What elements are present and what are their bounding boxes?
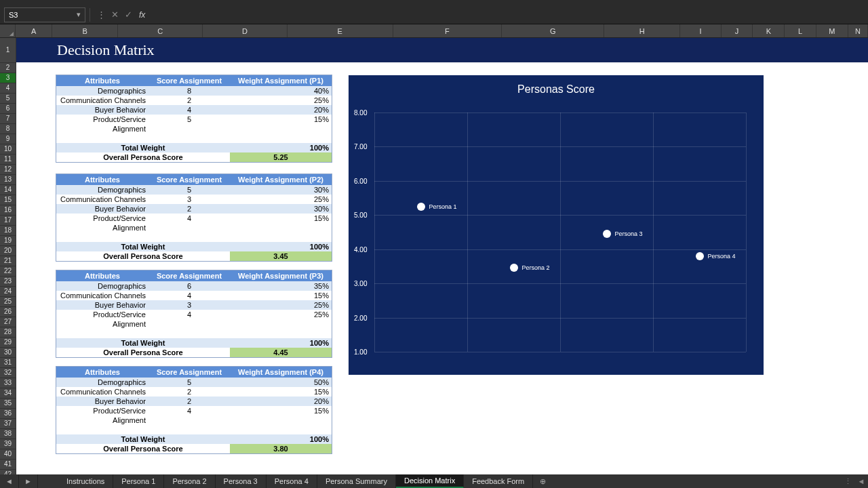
fx-icon[interactable]: fx <box>139 10 145 20</box>
sheet-canvas[interactable]: Decision Matrix Personas Score 1.002.003… <box>16 38 868 474</box>
row-header-28[interactable]: 28 <box>0 327 16 338</box>
col-header-D[interactable]: D <box>203 24 288 37</box>
row-header-36[interactable]: 36 <box>0 409 16 419</box>
select-all-corner[interactable] <box>0 24 16 37</box>
name-box[interactable]: S3 ▾ <box>4 7 85 22</box>
row-header-18[interactable]: 18 <box>0 226 16 236</box>
row-header-24[interactable]: 24 <box>0 287 16 297</box>
table-row[interactable]: Product/Service Alignment425% <box>56 310 332 319</box>
data-point[interactable] <box>603 230 611 238</box>
sheet-tab[interactable]: Persona 3 <box>216 474 267 488</box>
row-header-3[interactable]: 3 <box>0 73 16 83</box>
personas-chart[interactable]: Personas Score 1.002.003.004.005.006.007… <box>349 75 764 375</box>
row-header-15[interactable]: 15 <box>0 195 16 205</box>
table-row[interactable]: Demographics530% <box>56 185 332 195</box>
y-tick: 6.00 <box>354 177 367 184</box>
row-header-19[interactable]: 19 <box>0 236 16 246</box>
row-header-12[interactable]: 12 <box>0 165 16 175</box>
table-row[interactable]: Demographics550% <box>56 378 332 387</box>
row-header-23[interactable]: 23 <box>0 277 16 287</box>
row-header-41[interactable]: 41 <box>0 460 16 470</box>
sheet-tab[interactable]: Persona 1 <box>113 474 164 488</box>
row-header-34[interactable]: 34 <box>0 388 16 399</box>
row-header-33[interactable]: 33 <box>0 378 16 388</box>
chevron-down-icon: ▾ <box>77 10 81 19</box>
row-header-4[interactable]: 4 <box>0 83 16 94</box>
sheet-tab[interactable]: Persona 2 <box>164 474 215 488</box>
col-header-G[interactable]: G <box>502 24 604 37</box>
sheet-tab[interactable]: Feedback Form <box>464 474 533 488</box>
col-header-K[interactable]: K <box>753 24 785 37</box>
row-header-35[interactable]: 35 <box>0 399 16 409</box>
row-header-20[interactable]: 20 <box>0 246 16 256</box>
cancel-icon[interactable]: ✕ <box>108 8 121 22</box>
table-row[interactable]: Product/Service Alignment515% <box>56 115 332 124</box>
row-header-29[interactable]: 29 <box>0 338 16 348</box>
overall-score-row: Overall Persona Score3.45 <box>56 251 332 261</box>
row-header-7[interactable]: 7 <box>0 114 16 124</box>
data-point[interactable] <box>510 264 518 272</box>
row-header-22[interactable]: 22 <box>0 266 16 277</box>
col-header-F[interactable]: F <box>393 24 502 37</box>
row-header-16[interactable]: 16 <box>0 205 16 216</box>
col-header-L[interactable]: L <box>785 24 816 37</box>
menu-icon[interactable]: ⋮ <box>94 8 108 22</box>
row-header-14[interactable]: 14 <box>0 185 16 195</box>
row-header-9[interactable]: 9 <box>0 134 16 144</box>
data-point[interactable] <box>417 203 425 211</box>
row-header-40[interactable]: 40 <box>0 449 16 460</box>
col-header-B[interactable]: B <box>52 24 118 37</box>
accept-icon[interactable]: ✓ <box>121 8 135 22</box>
row-header-2[interactable]: 2 <box>0 63 16 73</box>
col-header-I[interactable]: I <box>680 24 721 37</box>
row-header-31[interactable]: 31 <box>0 358 16 368</box>
hscroll-controls[interactable]: ⋮◄ <box>841 474 868 488</box>
table-row[interactable]: Demographics635% <box>56 281 332 291</box>
col-header-N[interactable]: N <box>848 24 868 37</box>
row-header-37[interactable]: 37 <box>0 419 16 429</box>
table-row[interactable]: Buyer Behavior220% <box>56 396 332 406</box>
row-header-13[interactable]: 13 <box>0 175 16 185</box>
data-point[interactable] <box>696 252 704 260</box>
col-header-C[interactable]: C <box>118 24 203 37</box>
sheet-tab[interactable]: Decision Matrix <box>396 474 464 488</box>
table-row[interactable]: Product/Service Alignment415% <box>56 406 332 415</box>
col-header-E[interactable]: E <box>288 24 393 37</box>
tab-prev-icon[interactable]: ◄ <box>0 474 19 488</box>
sheet-tab[interactable]: Persona Summary <box>317 474 396 488</box>
row-header-10[interactable]: 10 <box>0 144 16 155</box>
add-sheet-icon[interactable]: ⊕ <box>533 474 552 488</box>
row-header-30[interactable]: 30 <box>0 348 16 358</box>
table-row[interactable]: Communication Channels225% <box>56 96 332 105</box>
sheet-tab[interactable]: Persona 4 <box>267 474 317 488</box>
table-row[interactable]: Communication Channels415% <box>56 291 332 300</box>
col-header-A[interactable]: A <box>16 24 52 37</box>
table-row[interactable]: Communication Channels215% <box>56 387 332 396</box>
table-row[interactable]: Demographics840% <box>56 86 332 96</box>
table-row[interactable]: Buyer Behavior325% <box>56 300 332 310</box>
row-header-27[interactable]: 27 <box>0 317 16 327</box>
chart-title: Personas Score <box>349 75 764 96</box>
row-header-1[interactable]: 1 <box>0 38 16 63</box>
row-header-32[interactable]: 32 <box>0 368 16 378</box>
tab-next-icon[interactable]: ► <box>19 474 38 488</box>
row-header-5[interactable]: 5 <box>0 94 16 104</box>
table-row[interactable]: Communication Channels325% <box>56 195 332 204</box>
sheet-tab[interactable]: Instructions <box>58 474 113 488</box>
row-header-21[interactable]: 21 <box>0 256 16 266</box>
row-header-17[interactable]: 17 <box>0 216 16 226</box>
row-header-26[interactable]: 26 <box>0 307 16 317</box>
row-header-25[interactable]: 25 <box>0 297 16 307</box>
col-header-H[interactable]: H <box>604 24 680 37</box>
col-header-J[interactable]: J <box>722 24 753 37</box>
row-header-39[interactable]: 39 <box>0 439 16 449</box>
row-header-38[interactable]: 38 <box>0 429 16 439</box>
row-header-8[interactable]: 8 <box>0 124 16 134</box>
row-header-6[interactable]: 6 <box>0 104 16 114</box>
table-row[interactable]: Buyer Behavior230% <box>56 204 332 214</box>
row-header-11[interactable]: 11 <box>0 155 16 165</box>
table-row[interactable]: Buyer Behavior420% <box>56 105 332 115</box>
formula-input[interactable] <box>151 7 863 22</box>
table-row[interactable]: Product/Service Alignment415% <box>56 214 332 223</box>
col-header-M[interactable]: M <box>816 24 848 37</box>
